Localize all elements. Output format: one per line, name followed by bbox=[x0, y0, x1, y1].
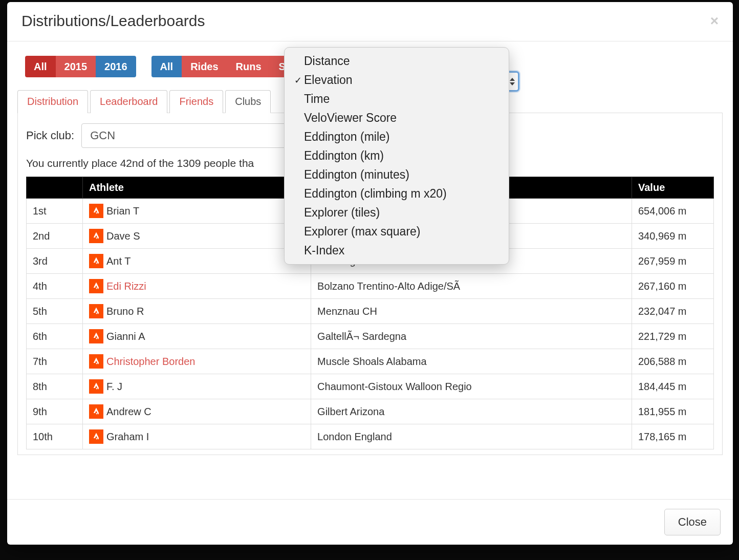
rank-cell: 9th bbox=[27, 399, 83, 424]
type-filter-runs[interactable]: Runs bbox=[227, 56, 270, 77]
dropdown-item-label: VeloViewer Score bbox=[304, 111, 397, 125]
dropdown-item-veloviewer-score[interactable]: VeloViewer Score bbox=[285, 109, 509, 127]
athlete-name[interactable]: Gianni A bbox=[106, 331, 145, 342]
dropdown-item-label: Time bbox=[304, 92, 330, 106]
rank-cell: 5th bbox=[27, 299, 83, 324]
rank-cell: 7th bbox=[27, 349, 83, 374]
strava-icon[interactable] bbox=[89, 429, 103, 444]
pick-club-label: Pick club: bbox=[26, 129, 74, 142]
year-filter-2015[interactable]: 2015 bbox=[56, 56, 96, 77]
athlete-cell[interactable]: Graham I bbox=[83, 424, 311, 449]
dropdown-item-explorer-tiles-[interactable]: Explorer (tiles) bbox=[285, 203, 509, 222]
athlete-name[interactable]: Dave S bbox=[106, 230, 140, 242]
dropdown-item-eddington-mile-[interactable]: Eddington (mile) bbox=[285, 127, 509, 146]
table-row: 8thF. JChaumont-Gistoux Walloon Regio184… bbox=[27, 374, 714, 399]
modal-header: Distributions/Leaderboards × bbox=[7, 2, 733, 41]
table-row: 7thChristopher BordenMuscle Shoals Alaba… bbox=[27, 349, 714, 374]
athlete-cell[interactable]: Dave S bbox=[83, 224, 311, 249]
athlete-name[interactable]: Christopher Borden bbox=[106, 356, 195, 368]
table-row: 4thEdi RizziBolzano Trentino-Alto Adige/… bbox=[27, 274, 714, 299]
athlete-cell[interactable]: Brian T bbox=[83, 199, 311, 224]
strava-icon[interactable] bbox=[89, 254, 103, 268]
value-cell: 340,969 m bbox=[632, 224, 714, 249]
close-icon[interactable]: × bbox=[710, 13, 719, 29]
year-filter-all[interactable]: All bbox=[25, 56, 56, 77]
athlete-name[interactable]: Bruno R bbox=[106, 306, 144, 317]
strava-icon[interactable] bbox=[89, 229, 103, 243]
tab-friends[interactable]: Friends bbox=[169, 90, 223, 113]
dropdown-item-eddington-km-[interactable]: Eddington (km) bbox=[285, 146, 509, 165]
location-cell: Menznau CH bbox=[311, 299, 632, 324]
rank-cell: 8th bbox=[27, 374, 83, 399]
club-input[interactable] bbox=[81, 123, 286, 148]
athlete-name[interactable]: Andrew C bbox=[106, 406, 151, 418]
table-row: 5thBruno RMenznau CH232,047 m bbox=[27, 299, 714, 324]
value-cell: 184,445 m bbox=[632, 374, 714, 399]
athlete-cell[interactable]: Andrew C bbox=[83, 399, 311, 424]
athlete-name[interactable]: Ant T bbox=[106, 255, 131, 267]
value-cell: 178,165 m bbox=[632, 424, 714, 449]
backdrop-tick: 45 mins bbox=[509, 546, 544, 557]
value-cell: 206,588 m bbox=[632, 349, 714, 374]
value-cell: 654,006 m bbox=[632, 199, 714, 224]
col-rank bbox=[27, 177, 83, 199]
table-row: 10thGraham ILondon England178,165 m bbox=[27, 424, 714, 449]
backdrop-tick: 40 km bbox=[25, 546, 51, 557]
strava-icon[interactable] bbox=[89, 404, 103, 419]
strava-icon[interactable] bbox=[89, 204, 103, 218]
dropdown-item-label: Eddington (km) bbox=[304, 149, 384, 163]
dropdown-item-eddington-minutes-[interactable]: Eddington (minutes) bbox=[285, 165, 509, 184]
close-button[interactable]: Close bbox=[664, 509, 721, 535]
dropdown-item-time[interactable]: Time bbox=[285, 90, 509, 109]
location-cell: Chaumont-Gistoux Walloon Regio bbox=[311, 374, 632, 399]
tab-distribution[interactable]: Distribution bbox=[17, 90, 88, 113]
value-cell: 221,729 m bbox=[632, 324, 714, 349]
dropdown-item-explorer-max-square-[interactable]: Explorer (max square) bbox=[285, 222, 509, 241]
col-value: Value bbox=[632, 177, 714, 199]
tab-clubs[interactable]: Clubs bbox=[225, 90, 271, 113]
dropdown-item-label: Eddington (climbing m x20) bbox=[304, 187, 447, 201]
rank-cell: 4th bbox=[27, 274, 83, 299]
rank-cell: 1st bbox=[27, 199, 83, 224]
location-cell: Bolzano Trentino-Alto Adige/SÃ bbox=[311, 274, 632, 299]
athlete-name[interactable]: Graham I bbox=[106, 431, 149, 443]
modal-footer: Close bbox=[7, 499, 733, 545]
athlete-name[interactable]: F. J bbox=[106, 381, 122, 393]
dropdown-item-label: Eddington (minutes) bbox=[304, 168, 409, 182]
year-filter-2016[interactable]: 2016 bbox=[96, 56, 136, 77]
col-athlete: Athlete bbox=[83, 177, 311, 199]
athlete-cell[interactable]: F. J bbox=[83, 374, 311, 399]
type-filter-rides[interactable]: Rides bbox=[182, 56, 227, 77]
strava-icon[interactable] bbox=[89, 279, 103, 293]
athlete-cell[interactable]: Christopher Borden bbox=[83, 349, 311, 374]
location-cell: Muscle Shoals Alabama bbox=[311, 349, 632, 374]
backdrop-tick: 2,500 m bbox=[340, 546, 374, 557]
dropdown-item-elevation[interactable]: ✓Elevation bbox=[285, 71, 509, 90]
modal-title: Distributions/Leaderboards bbox=[21, 12, 205, 30]
tab-leaderboard[interactable]: Leaderboard bbox=[90, 90, 167, 113]
rank-cell: 10th bbox=[27, 424, 83, 449]
year-filter-group: All20152016 bbox=[25, 56, 136, 77]
dropdown-item-k-index[interactable]: K-Index bbox=[285, 241, 509, 260]
athlete-cell[interactable]: Gianni A bbox=[83, 324, 311, 349]
dropdown-item-label: Explorer (tiles) bbox=[304, 206, 380, 220]
metric-dropdown: Distance✓ElevationTimeVeloViewer ScoreEd… bbox=[284, 47, 509, 265]
dropdown-item-distance[interactable]: Distance bbox=[285, 52, 509, 71]
table-row: 6thGianni AGaltellÃ¬ Sardegna221,729 m bbox=[27, 324, 714, 349]
athlete-name[interactable]: Edi Rizzi bbox=[106, 281, 146, 292]
strava-icon[interactable] bbox=[89, 379, 103, 394]
strava-icon[interactable] bbox=[89, 329, 103, 343]
dropdown-item-eddington-climbing-m-x20-[interactable]: Eddington (climbing m x20) bbox=[285, 184, 509, 203]
athlete-name[interactable]: Brian T bbox=[106, 205, 139, 217]
location-cell: GaltellÃ¬ Sardegna bbox=[311, 324, 632, 349]
backdrop-tick: 3,000 m bbox=[425, 546, 459, 557]
strava-icon[interactable] bbox=[89, 354, 103, 369]
value-cell: 267,160 m bbox=[632, 274, 714, 299]
value-cell: 267,959 m bbox=[632, 249, 714, 274]
athlete-cell[interactable]: Edi Rizzi bbox=[83, 274, 311, 299]
backdrop-tick: 1 hour bbox=[594, 546, 622, 557]
type-filter-all[interactable]: All bbox=[151, 56, 182, 77]
athlete-cell[interactable]: Bruno R bbox=[83, 299, 311, 324]
strava-icon[interactable] bbox=[89, 304, 103, 318]
athlete-cell[interactable]: Ant T bbox=[83, 249, 311, 274]
